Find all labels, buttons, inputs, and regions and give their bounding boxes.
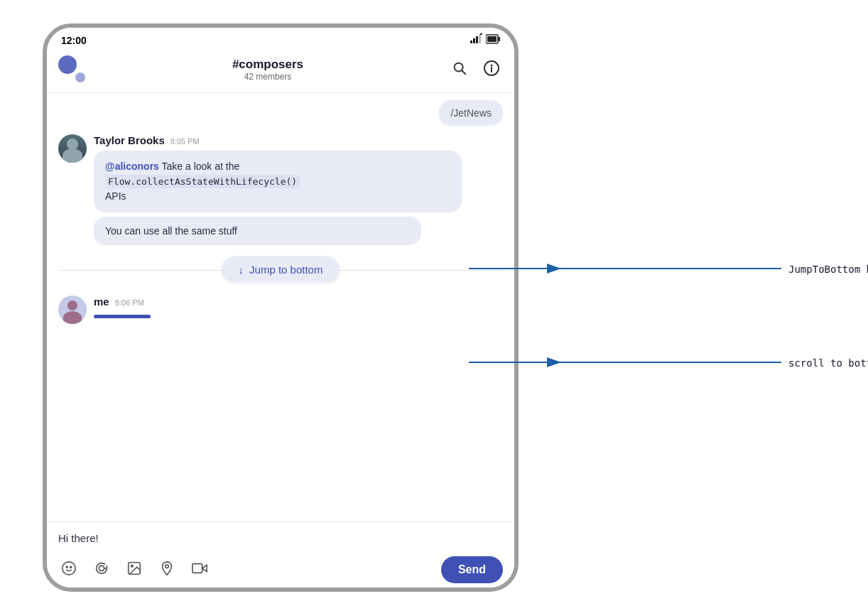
svg-point-19: [166, 564, 169, 568]
jump-to-bottom-container: ↓ Jump to bottom: [58, 251, 503, 288]
mention-button[interactable]: [91, 558, 112, 583]
scroll-annotation-label: scroll to bottom on new messages: [788, 357, 868, 369]
me-avatar: [58, 296, 87, 324]
avatar-circle-big: [58, 55, 77, 74]
svg-marker-3: [479, 34, 481, 43]
jump-annotation-label: JumpToBottom button: [788, 264, 868, 275]
taylor-message-content: Taylor Brooks 8:05 PM @aliconors Take a …: [94, 134, 503, 245]
jump-arrow-icon: ↓: [239, 264, 244, 276]
taylor-message-header: Taylor Brooks 8:05 PM: [94, 134, 503, 146]
svg-rect-21: [192, 563, 202, 573]
taylor-message-group: Taylor Brooks 8:05 PM @aliconors Take a …: [58, 134, 503, 245]
svg-rect-7: [487, 36, 497, 42]
member-count: 42 members: [92, 72, 443, 82]
me-message-time: 8:06 PM: [115, 298, 144, 307]
phone-frame: 12:00: [43, 23, 519, 592]
signal-icon: [470, 33, 483, 47]
search-button[interactable]: [449, 58, 470, 82]
previous-message: /JetNews: [439, 100, 503, 126]
input-text: Hi there!: [58, 532, 99, 544]
bubble-text-1: Take a look at the: [159, 161, 239, 172]
svg-point-14: [66, 566, 67, 568]
svg-point-18: [131, 565, 133, 567]
message-input-display: Hi there!: [58, 529, 503, 549]
location-button[interactable]: [156, 558, 178, 583]
svg-point-16: [99, 565, 104, 570]
header-actions: [449, 57, 503, 83]
jump-to-bottom-button[interactable]: ↓ Jump to bottom: [222, 256, 340, 283]
input-area: Hi there!: [47, 521, 514, 588]
me-message-content: me 8:06 PM: [94, 296, 503, 324]
annotations-svg: JumpToBottom button scroll to bottom on …: [469, 0, 868, 601]
battery-icon: [486, 34, 500, 46]
header-title: #composers 42 members: [92, 58, 443, 82]
bubble-text-2: APIs: [105, 190, 126, 202]
taylor-bubble-1: @aliconors Take a look at the Flow.colle…: [94, 151, 462, 212]
status-time: 12:00: [61, 35, 87, 46]
svg-marker-2: [476, 36, 478, 43]
me-message-bar: [94, 315, 151, 318]
svg-rect-6: [498, 37, 500, 41]
channel-name: #composers: [92, 58, 443, 72]
send-button[interactable]: Send: [441, 556, 503, 583]
channel-header: #composers 42 members: [47, 50, 514, 93]
svg-line-9: [462, 70, 465, 74]
image-button[interactable]: [124, 558, 145, 583]
info-button[interactable]: [480, 57, 503, 83]
status-icons: [470, 33, 500, 47]
me-message-header: me 8:06 PM: [94, 296, 503, 308]
svg-point-15: [70, 566, 72, 568]
video-button[interactable]: [189, 558, 210, 583]
me-message-group: me 8:06 PM: [58, 296, 503, 324]
channel-avatar: [58, 55, 87, 84]
emoji-button[interactable]: [58, 558, 80, 583]
svg-marker-4: [480, 33, 482, 35]
taylor-bubble-2: You can use all the same stuff: [94, 217, 421, 245]
svg-marker-20: [202, 565, 207, 571]
mention-tag: @aliconors: [105, 161, 159, 172]
jump-label: Jump to bottom: [249, 264, 322, 276]
avatar-circle-small: [74, 71, 87, 84]
taylor-sender-name: Taylor Brooks: [94, 134, 165, 146]
taylor-avatar: [58, 134, 87, 163]
toolbar: Send: [58, 556, 503, 583]
taylor-message-time: 8:05 PM: [170, 137, 200, 146]
code-snippet: Flow.collectAsStateWithLifecycle(): [105, 175, 300, 188]
svg-marker-0: [470, 40, 472, 43]
phone-wrapper: 12:00: [43, 23, 519, 592]
me-sender-name: me: [94, 296, 109, 308]
status-bar: 12:00: [47, 28, 514, 50]
svg-marker-1: [473, 38, 475, 43]
svg-point-13: [63, 561, 75, 574]
chat-area[interactable]: /JetNews Taylor Brooks 8:05 PM @aliconor…: [47, 93, 514, 521]
